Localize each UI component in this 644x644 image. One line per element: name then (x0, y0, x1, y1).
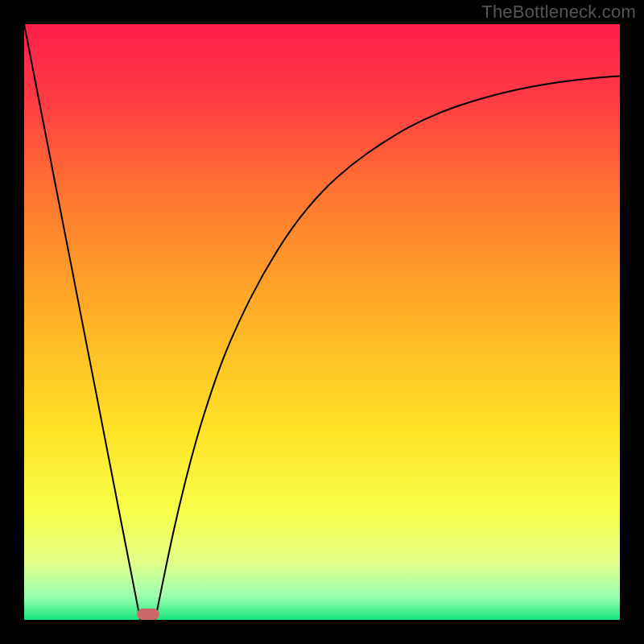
plot-area (24, 24, 620, 620)
curve-layer (24, 24, 620, 620)
optimal-point-marker (137, 609, 159, 620)
watermark-label: TheBottleneck.com (481, 2, 636, 23)
left-branch-line (24, 24, 140, 620)
right-branch-line (155, 76, 620, 620)
chart-container: TheBottleneck.com (0, 0, 644, 644)
